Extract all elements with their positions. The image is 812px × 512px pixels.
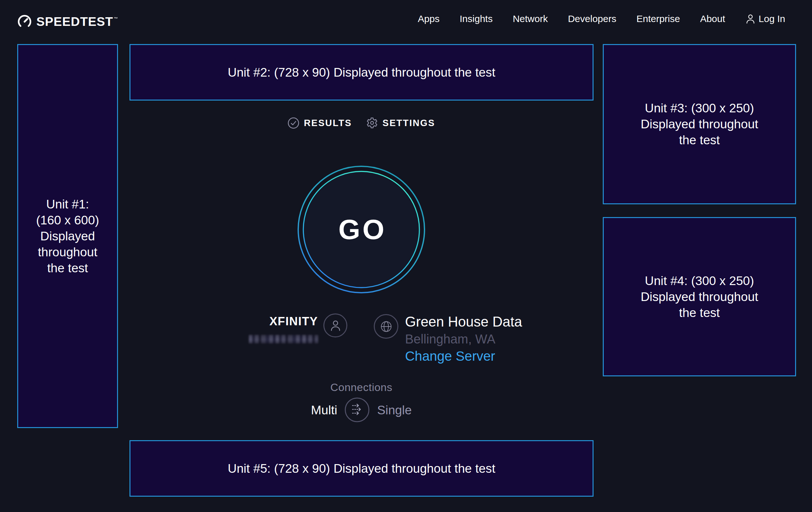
ad-text-line: Unit #2: (728 x 90) Displayed throughout… <box>228 64 495 80</box>
ad-text-line: throughout <box>38 244 97 260</box>
multi-connection-arrows-icon <box>350 402 365 418</box>
speedtest-gauge-icon <box>17 14 32 29</box>
nav-item-enterprise[interactable]: Enterprise <box>636 14 680 24</box>
connections-toggle-row: Multi Single <box>311 398 412 422</box>
ad-text-line: Displayed throughout <box>641 116 758 132</box>
nav-item-developers[interactable]: Developers <box>568 14 616 24</box>
speedtest-page: SPEEDTEST™ Apps Insights Network Develop… <box>0 0 812 512</box>
check-circle-icon <box>288 117 299 129</box>
top-navbar: SPEEDTEST™ Apps Insights Network Develop… <box>0 0 812 38</box>
tab-settings-label: SETTINGS <box>382 118 435 128</box>
ad-text-line: the test <box>679 305 720 321</box>
gear-icon <box>366 117 378 129</box>
ad-text-line: (160 x 600) <box>36 212 99 228</box>
ad-text-line: Unit #4: (300 x 250) <box>645 273 754 289</box>
server-globe-icon[interactable] <box>374 314 398 339</box>
ad-unit-1: Unit #1: (160 x 600) Displayed throughou… <box>17 44 118 428</box>
ad-text-line: the test <box>679 132 720 148</box>
nav-item-insights[interactable]: Insights <box>460 14 492 24</box>
connections-single-option[interactable]: Single <box>377 403 411 417</box>
nav-item-network[interactable]: Network <box>513 14 548 24</box>
go-button[interactable]: GO <box>294 162 428 297</box>
ad-text-line: Displayed throughout <box>641 289 758 305</box>
login-button[interactable]: Log In <box>745 14 785 24</box>
isp-user-icon[interactable] <box>323 314 347 338</box>
connections-label: Connections <box>330 381 393 394</box>
speedtest-logo[interactable]: SPEEDTEST™ <box>17 14 118 29</box>
ad-unit-5: Unit #5: (728 x 90) Displayed throughout… <box>129 440 593 497</box>
ad-unit-3: Unit #3: (300 x 250) Displayed throughou… <box>603 44 796 204</box>
go-button-label: GO <box>294 162 428 297</box>
nav-item-apps[interactable]: Apps <box>418 14 439 24</box>
ad-unit-4: Unit #4: (300 x 250) Displayed throughou… <box>603 217 796 376</box>
nav-item-about[interactable]: About <box>700 14 725 24</box>
results-settings-tabs: RESULTS SETTINGS <box>288 117 435 129</box>
connections-toggle-button[interactable] <box>345 398 369 422</box>
ad-text-line: the test <box>47 260 88 276</box>
main-nav: Apps Insights Network Developers Enterpr… <box>418 0 785 38</box>
user-icon <box>745 14 756 24</box>
server-location: Bellingham, WA <box>405 332 495 346</box>
tab-results-label: RESULTS <box>304 118 352 128</box>
tab-results[interactable]: RESULTS <box>288 117 352 129</box>
ad-text-line: Displayed <box>40 228 95 244</box>
change-server-link[interactable]: Change Server <box>405 349 495 364</box>
ad-text-line: Unit #5: (728 x 90) Displayed throughout… <box>228 461 495 477</box>
server-name: Green House Data <box>405 314 522 330</box>
logo-wordmark: SPEEDTEST™ <box>36 15 118 28</box>
login-label: Log In <box>759 14 785 24</box>
connections-multi-option[interactable]: Multi <box>311 403 337 417</box>
isp-name: XFINITY <box>250 315 318 328</box>
ad-text-line: Unit #1: <box>46 196 89 212</box>
ad-text-line: Unit #3: (300 x 250) <box>645 100 754 116</box>
tab-settings[interactable]: SETTINGS <box>366 117 435 129</box>
ad-unit-2: Unit #2: (728 x 90) Displayed throughout… <box>129 44 593 101</box>
isp-ip-redacted <box>249 335 318 344</box>
trademark-symbol: ™ <box>114 16 118 21</box>
